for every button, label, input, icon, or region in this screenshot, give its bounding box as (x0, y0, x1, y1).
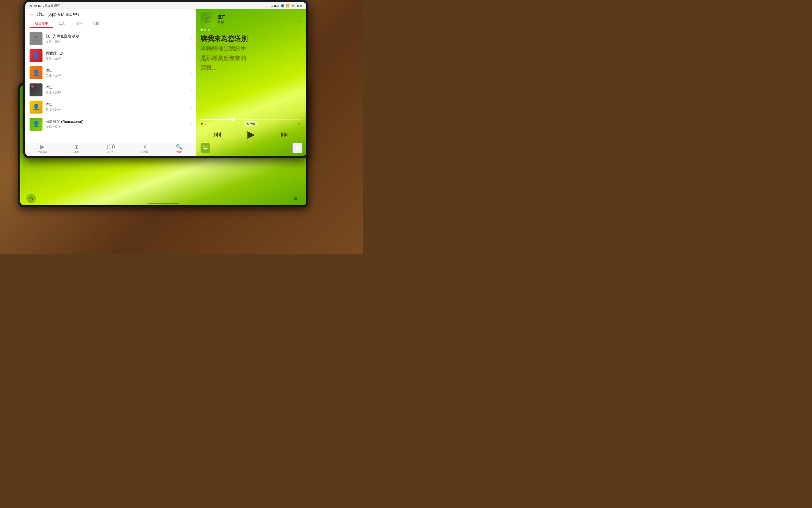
battery-pct: 46% (297, 4, 302, 7)
nav-item-listening[interactable]: ▶ 现在监听 (26, 143, 59, 154)
result-thumb-4 (30, 83, 43, 96)
player-artist: 蔡琴 (217, 20, 295, 25)
search-panel: ← 渡口（Apple Music 中） 最佳结果 艺人 专辑 歌曲 🎵 (26, 9, 196, 156)
nav-library-icon: ♬ (143, 143, 147, 150)
result-thumb-5: 👤 (30, 100, 43, 114)
status-date: 2月18日 周五 (43, 4, 59, 8)
album-art-icon: 🎵 (204, 16, 212, 23)
progress-fill (200, 119, 233, 120)
result-item-5[interactable]: 👤 渡口 歌曲・娃娃 › (26, 98, 196, 116)
result-more-6[interactable]: › (191, 122, 192, 126)
result-thumb-2: 👤 (30, 49, 43, 62)
progress-bar[interactable] (200, 119, 302, 120)
result-more-2[interactable]: › (191, 54, 192, 58)
lyric-line-2: 再輕輕抽出我的手 (200, 45, 302, 53)
result-info-5: 渡口 歌曲・娃娃 (46, 102, 188, 112)
forward-button[interactable]: ⏭ (281, 130, 289, 139)
nav-item-library[interactable]: ♬ 资料库 (128, 143, 162, 154)
result-item-3[interactable]: 👤 渡口 歌曲・蔡琴 › (26, 64, 196, 81)
nav-item-radio[interactable]: ((·)) 广播 (94, 143, 128, 154)
result-more-1[interactable]: › (191, 37, 192, 41)
nav-browse-label: 浏览 (74, 150, 79, 154)
playlist-bottom-button[interactable]: ≡ (291, 194, 300, 203)
nav-browse-icon: ⊞ (74, 143, 79, 150)
result-thumb-1: 🎵 (30, 32, 43, 45)
no-loss-badge: 🔊 无损 (244, 121, 258, 126)
battery-icon: 🔋 (291, 4, 295, 7)
nav-listening-icon: ▶ (40, 143, 44, 150)
nav-search-icon: 🔍 (176, 143, 182, 150)
back-button[interactable]: ← (30, 12, 34, 17)
lyric-line-1: 讓我來為您送別 (200, 34, 302, 43)
result-name-4: 渡口 (46, 85, 188, 90)
player-bottom-buttons: 字 ≡ (200, 143, 302, 153)
result-info-3: 渡口 歌曲・蔡琴 (46, 68, 188, 78)
airplay-icon: ⊙ (29, 196, 34, 202)
result-name-1: 赵广人声低音炮 极致 (46, 34, 188, 39)
result-thumb-icon-5: 👤 (33, 104, 40, 111)
search-header: ← 渡口（Apple Music 中） (26, 9, 196, 17)
result-name-5: 渡口 (46, 102, 188, 107)
result-item-2[interactable]: 👤 再爱我一次 专辑・蔡琴 › (26, 47, 196, 64)
result-sub-1: 专辑・蔡琴 (46, 39, 188, 44)
result-info-1: 赵广人声低音炮 极致 专辑・蔡琴 (46, 34, 188, 44)
result-info-2: 再爱我一次 专辑・蔡琴 (46, 51, 188, 61)
result-sub-4: 歌曲・赵鹏 (46, 90, 188, 95)
lyrics-button[interactable]: 字 (200, 143, 210, 153)
tab-song[interactable]: 歌曲 (88, 19, 105, 28)
player-track-info: 渡口 蔡琴 (217, 14, 295, 25)
result-thumb-reddot-4 (31, 85, 34, 88)
player-panel: 🎵 渡口 蔡琴 ⋮ 讓我來為您送別 再輕輕抽出 (196, 9, 306, 156)
wifi-icon: 📶 (286, 4, 290, 7)
tab-album[interactable]: 专辑 (71, 19, 88, 28)
lyrics-area: 讓我來為您送別 再輕輕抽出我的手 是那樣萬般無奈的 深恨... (200, 32, 302, 119)
player-page-dots (200, 29, 302, 31)
result-sub-2: 专辑・蔡琴 (46, 56, 188, 61)
lyric-line-3: 是那樣萬般無奈的 (200, 54, 302, 62)
nav-radio-icon: ((·)) (106, 143, 115, 150)
result-more-3[interactable]: › (191, 71, 192, 75)
time-remaining: -2:32 (296, 122, 302, 125)
nav-listening-label: 现在监听 (37, 150, 48, 154)
progress-times: 1:15 🔊 无损 -2:32 (200, 121, 302, 126)
airplay-bottom-button[interactable]: ⊙ (27, 194, 36, 203)
status-left: 晚上9:18 2月18日 周五 (30, 4, 60, 8)
result-item-1[interactable]: 🎵 赵广人声低音炮 极致 专辑・蔡琴 › (26, 30, 196, 47)
play-button[interactable]: ▶ (247, 129, 255, 140)
result-thumb-icon-6: 👤 (33, 121, 40, 128)
result-thumb-3: 👤 (30, 66, 43, 79)
result-name-2: 再爱我一次 (46, 51, 188, 56)
result-thumb-icon-2: 👤 (33, 52, 40, 59)
search-results-list: 🎵 赵广人声低音炮 极致 专辑・蔡琴 › 👤 (26, 28, 196, 142)
nav-item-browse[interactable]: ⊞ 浏览 (59, 143, 94, 154)
result-item-4[interactable]: 渡口 歌曲・赵鹏 › (26, 81, 196, 98)
tab-artist[interactable]: 艺人 (53, 19, 71, 28)
dot-1 (200, 29, 202, 31)
ipad-top-screen: 晚上9:18 2月18日 周五 1.1K/s 🔵 📶 🔋 46% ← 渡口（Ap… (26, 2, 306, 156)
network-speed: 1.1K/s (271, 4, 279, 7)
result-more-5[interactable]: › (191, 105, 192, 109)
rewind-button[interactable]: ⏮ (214, 130, 222, 139)
result-info-4: 渡口 歌曲・赵鹏 (46, 85, 188, 95)
result-item-6[interactable]: 👤 民歌蔡琴 (Remastered) 专辑・蔡琴 › (26, 116, 196, 133)
playlist-icon: ≡ (294, 196, 297, 202)
nav-item-search[interactable]: 🔍 搜索 (162, 143, 196, 154)
result-name-6: 民歌蔡琴 (Remastered) (46, 120, 188, 124)
tab-best-results[interactable]: 最佳结果 (30, 19, 53, 28)
player-track-name: 渡口 (217, 14, 295, 20)
status-bar: 晚上9:18 2月18日 周五 1.1K/s 🔵 📶 🔋 46% (26, 2, 306, 9)
nav-search-label: 搜索 (176, 150, 182, 154)
nav-library-label: 资料库 (141, 150, 149, 154)
result-thumb-icon-3: 👤 (33, 70, 40, 76)
dot-2 (204, 29, 206, 31)
bottom-nav: ▶ 现在监听 ⊞ 浏览 ((·)) 广播 ♬ 资料库 (26, 142, 196, 156)
playlist-icon: ≡ (296, 144, 299, 152)
result-sub-5: 歌曲・娃娃 (46, 108, 188, 112)
progress-thumb (231, 118, 234, 121)
result-more-4[interactable]: › (191, 88, 192, 92)
status-right: 1.1K/s 🔵 📶 🔋 46% (271, 4, 302, 7)
playlist-button[interactable]: ≡ (292, 143, 302, 153)
player-more-button[interactable]: ⋮ (298, 17, 302, 23)
dot-3 (208, 29, 210, 31)
result-sub-3: 歌曲・蔡琴 (46, 73, 188, 78)
